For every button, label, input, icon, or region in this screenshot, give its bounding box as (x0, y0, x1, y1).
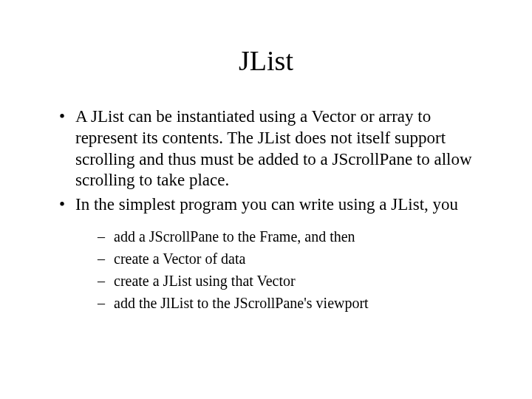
sub-bullet-list: add a JScrollPane to the Frame, and then… (75, 226, 480, 313)
slide: JList A JList can be instantiated using … (0, 0, 532, 399)
bullet-text: In the simplest program you can write us… (75, 195, 458, 214)
bullet-item: A JList can be instantiated using a Vect… (59, 106, 480, 191)
sub-bullet-item: create a JList using that Vector (98, 270, 480, 291)
sub-bullet-item: add a JScrollPane to the Frame, and then (98, 226, 480, 247)
bullet-item: In the simplest program you can write us… (59, 194, 480, 313)
sub-bullet-item: create a Vector of data (98, 248, 480, 269)
bullet-list: A JList can be instantiated using a Vect… (44, 106, 488, 313)
sub-bullet-item: add the JlList to the JScrollPane's view… (98, 293, 480, 313)
slide-title: JList (44, 44, 488, 77)
